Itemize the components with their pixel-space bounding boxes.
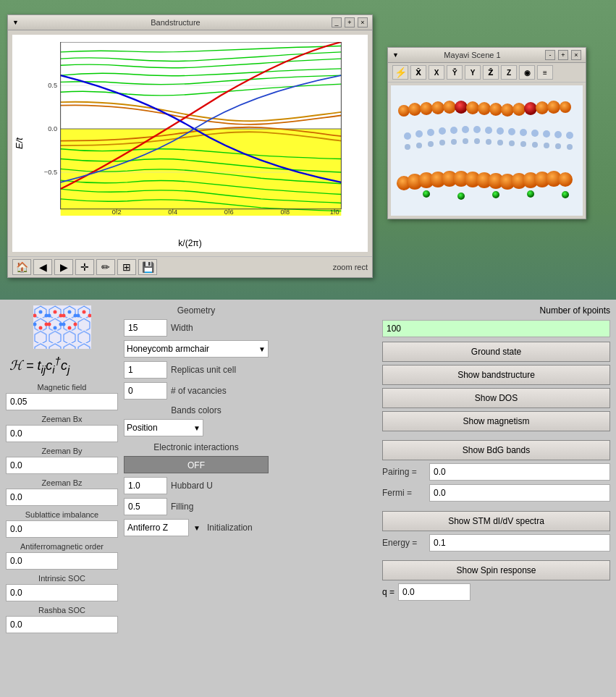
rashba-soc-group: Rashba SOC	[6, 606, 118, 633]
vacancies-row: # of vacancies	[124, 382, 269, 400]
mayavi-xbar-btn[interactable]: X̄	[410, 65, 426, 80]
grid-btn[interactable]: ⊞	[117, 259, 136, 275]
fermi-input[interactable]	[429, 484, 610, 502]
home-btn[interactable]: 🏠	[12, 259, 31, 275]
svg-point-43	[508, 128, 515, 135]
mayavi-ybar-btn[interactable]: Ȳ	[447, 65, 463, 80]
band-chart-svg: 0.2 0.4 0.6 0.8 1.0 0.5 0.0 −0.5	[41, 42, 360, 216]
mayavi-x-btn[interactable]: X	[429, 65, 444, 80]
molecular-visualization	[391, 85, 583, 216]
rashba-soc-label: Rashba SOC	[6, 606, 118, 614]
kpoints-row: Number of kpoints	[382, 305, 610, 316]
svg-point-44	[520, 129, 527, 136]
filling-input[interactable]	[124, 498, 167, 515]
pairing-input[interactable]	[429, 463, 610, 481]
band-title: Bandstructure	[20, 18, 332, 27]
pan-btn[interactable]: ✛	[75, 259, 94, 275]
zeeman-bx-input[interactable]	[6, 425, 118, 442]
zeeman-bz-input[interactable]	[6, 489, 118, 506]
mayavi-sphere-btn[interactable]: ◉	[519, 65, 535, 80]
energy-input[interactable]	[429, 534, 610, 552]
svg-point-107	[76, 314, 80, 318]
mayavi-menu-btn[interactable]: ≡	[537, 65, 553, 80]
svg-point-101	[73, 323, 77, 326]
svg-point-20	[408, 103, 421, 116]
mayavi-y-btn[interactable]: Y	[465, 65, 481, 80]
svg-point-39	[462, 126, 469, 133]
mayavi-zbar-btn[interactable]: Z̄	[483, 65, 499, 80]
electronic-interactions-section: Electronic interactions OFF Hubbard U Fi…	[124, 442, 269, 536]
svg-point-24	[455, 101, 468, 114]
width-input[interactable]	[124, 319, 167, 337]
fermi-label: Fermi =	[382, 488, 426, 498]
svg-point-52	[439, 140, 445, 145]
svg-point-49	[405, 144, 410, 150]
hubbard-input[interactable]	[124, 477, 167, 494]
kpoints-input[interactable]	[382, 320, 610, 337]
mayavi-window: ▼ Mayavi Scene 1 - + × ⚡ X̄ X Ȳ Y Z̄ Z ◉…	[387, 47, 586, 219]
svg-point-51	[428, 141, 434, 147]
zeeman-by-input[interactable]	[6, 457, 118, 474]
forward-btn[interactable]: ▶	[54, 259, 73, 275]
mayavi-scene-view	[391, 85, 583, 216]
mayavi-minimize-btn[interactable]: -	[545, 50, 555, 60]
initialization-select[interactable]: Antiferro Z Ferro Random	[124, 519, 189, 536]
rashba-soc-input[interactable]	[6, 616, 118, 633]
svg-point-28	[501, 104, 514, 117]
geometry-type-select[interactable]: Honeycomb armchair Honeycomb zigzag Squa…	[124, 340, 269, 358]
magnetic-field-input[interactable]	[6, 393, 118, 410]
mayavi-close-btn[interactable]: ×	[571, 50, 581, 60]
band-close-btn[interactable]: ×	[358, 17, 368, 28]
edit-btn[interactable]: ✏	[96, 259, 115, 275]
q-input[interactable]	[398, 583, 471, 601]
svg-point-38	[450, 127, 457, 134]
show-stm-btn[interactable]: Show STM dI/dV spectra	[382, 511, 610, 531]
sublattice-input[interactable]	[6, 520, 118, 538]
filling-row: Filling	[124, 498, 269, 515]
show-dos-btn[interactable]: Show DOS	[382, 388, 610, 408]
show-magnetism-btn[interactable]: Show magnetism	[382, 411, 610, 431]
zeeman-bz-group: Zeeman Bz	[6, 478, 118, 506]
svg-point-29	[512, 103, 526, 116]
mayavi-titlebar: ▼ Mayavi Scene 1 - + ×	[388, 48, 586, 63]
bands-colors-select[interactable]: Position Spin None	[124, 419, 203, 436]
mayavi-maximize-btn[interactable]: +	[558, 50, 568, 60]
left-panel: ℋ = tijci†cj Magnetic field Zeeman Bx Ze…	[0, 300, 376, 697]
svg-point-93	[53, 311, 56, 314]
electronic-toggle[interactable]: OFF	[124, 456, 269, 473]
ground-state-btn[interactable]: Ground state	[382, 342, 610, 362]
svg-text:0.5: 0.5	[48, 82, 57, 89]
energy-label: Energy =	[382, 538, 426, 548]
svg-point-57	[497, 140, 503, 145]
intrinsic-soc-input[interactable]	[6, 584, 118, 601]
antiferro-input[interactable]	[6, 552, 118, 570]
magnetic-field-label: Magnetic field	[6, 383, 118, 392]
save-btn[interactable]: 💾	[138, 259, 157, 275]
y-axis-label: E/t	[14, 138, 25, 149]
back-btn[interactable]: ◀	[33, 259, 52, 275]
band-titlebar: ▼ Bandstructure _ + ×	[8, 15, 372, 30]
show-bandstructure-btn[interactable]: Show bandstructure	[382, 365, 610, 385]
band-grip-icon: ▼	[12, 19, 20, 26]
hubbard-label: Hubbard U	[171, 481, 213, 491]
vacancies-input[interactable]	[124, 382, 167, 400]
svg-point-33	[560, 101, 571, 113]
band-maximize-btn[interactable]: +	[345, 17, 355, 28]
antiferro-label: Antiferromagnetic order	[6, 542, 118, 551]
show-bdg-btn[interactable]: Show BdG bands	[382, 440, 610, 460]
svg-point-103	[62, 323, 65, 326]
svg-point-47	[554, 131, 562, 138]
hamiltonian-formula: ℋ = tijci†cj	[9, 355, 118, 376]
zeeman-by-label: Zeeman By	[6, 447, 118, 455]
filling-label: Filling	[171, 502, 193, 512]
energy-row: Energy =	[382, 534, 610, 552]
band-minimize-btn[interactable]: _	[332, 17, 342, 28]
mayavi-z-btn[interactable]: Z	[501, 65, 517, 80]
show-spin-btn[interactable]: Show Spin response	[382, 560, 610, 580]
svg-point-30	[524, 102, 537, 115]
mayavi-scene-btn[interactable]: ⚡	[392, 65, 408, 80]
replicas-input[interactable]	[124, 361, 167, 379]
spacer2	[382, 505, 610, 511]
mol-svg	[393, 89, 581, 212]
width-label: Width	[171, 323, 193, 333]
